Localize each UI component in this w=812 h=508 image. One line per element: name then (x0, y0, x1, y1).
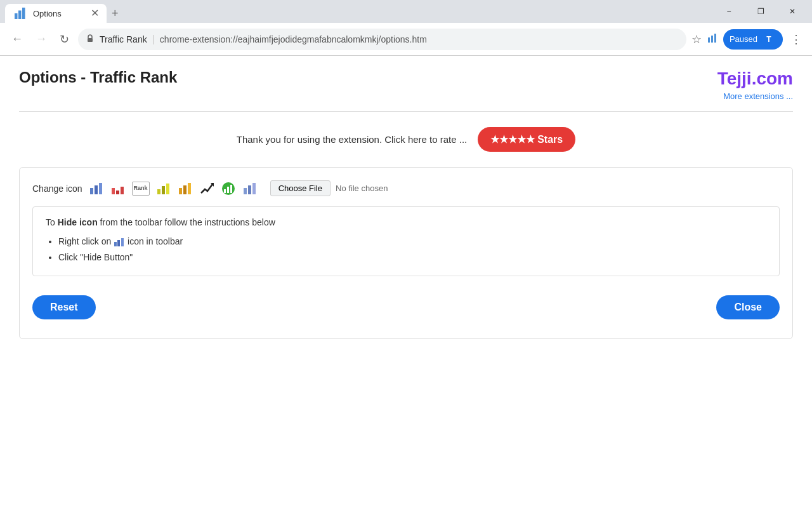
address-url: chrome-extension://eajhaimfjejodidegmafa… (160, 34, 427, 44)
site-name-label: Traffic Rank (100, 34, 147, 44)
svg-rect-7 (90, 188, 93, 194)
instructions-list: Right click on icon in toolbar Click "Hi… (58, 234, 766, 265)
svg-rect-1 (18, 11, 22, 20)
user-avatar: T (761, 32, 776, 47)
info-suffix: from the toolbar follow the instructions… (100, 217, 275, 227)
svg-rect-8 (95, 185, 98, 194)
new-tab-button[interactable]: + (107, 4, 124, 23)
bullet1-prefix: Right click on (58, 236, 114, 246)
svg-rect-12 (121, 187, 124, 194)
svg-rect-23 (230, 185, 232, 193)
choose-file-button[interactable]: Choose File (270, 180, 331, 196)
inline-chart-icon (114, 237, 125, 247)
ext-chart-button[interactable] (707, 32, 718, 46)
icon-option-8[interactable] (242, 181, 258, 196)
icon-option-1[interactable] (89, 181, 104, 196)
svg-rect-4 (708, 37, 710, 43)
instruction-1: Right click on icon in toolbar (58, 234, 766, 250)
reset-button[interactable]: Reset (32, 295, 96, 319)
page-content: Options - Traffic Rank Tejji.com More ex… (0, 56, 812, 508)
info-prefix: To (46, 217, 58, 227)
bullet1-suffix: icon in toolbar (128, 236, 183, 246)
chrome-menu-button[interactable]: ⋮ (788, 30, 804, 49)
address-separator: | (152, 34, 155, 45)
no-file-text: No file chosen (336, 184, 388, 193)
close-button[interactable]: Close (716, 295, 780, 319)
page-title: Options - Traffic Rank (19, 69, 177, 86)
instruction-2: Click "Hide Button" (58, 250, 766, 265)
file-input-area: Choose File No file chosen (270, 180, 388, 196)
minimize-button[interactable]: − (714, 1, 743, 22)
info-box: To Hide icon from the toolbar follow the… (32, 206, 780, 276)
svg-rect-6 (714, 34, 716, 43)
title-bar: Options ✕ + − ❐ ✕ (0, 0, 812, 23)
svg-rect-18 (188, 183, 191, 194)
svg-rect-29 (121, 238, 124, 246)
icon-option-4[interactable] (156, 181, 171, 196)
lock-icon (86, 34, 95, 44)
icon-option-7[interactable] (221, 181, 236, 196)
svg-rect-24 (244, 188, 247, 194)
forward-button[interactable]: → (32, 30, 51, 48)
svg-rect-28 (117, 240, 120, 246)
window-controls: − ❐ ✕ (714, 1, 807, 22)
svg-rect-16 (179, 188, 182, 194)
stars-button[interactable]: ★★★★★ Stars (478, 127, 575, 152)
options-card: Change icon (19, 167, 793, 339)
svg-rect-21 (224, 189, 226, 193)
change-icon-label: Change icon (32, 184, 82, 194)
bottom-row: Reset Close (32, 289, 780, 326)
address-right: ☆ Paused T ⋮ (691, 29, 804, 50)
tab-icon (13, 6, 28, 21)
rate-section: Thank you for using the extension. Click… (19, 127, 793, 152)
header-right: Tejji.com More extensions ... (717, 69, 793, 101)
reload-button[interactable]: ↻ (56, 30, 73, 49)
icon-option-3[interactable]: Rank (132, 182, 150, 196)
paused-label: Paused (730, 34, 757, 44)
tab-close-button[interactable]: ✕ (91, 8, 99, 18)
svg-rect-22 (227, 187, 229, 193)
svg-rect-3 (88, 38, 93, 42)
svg-rect-27 (114, 242, 117, 246)
back-button[interactable]: ← (8, 30, 27, 48)
svg-rect-26 (252, 183, 256, 194)
svg-rect-9 (99, 183, 102, 194)
active-tab[interactable]: Options ✕ (5, 4, 107, 23)
hide-icon-bold: Hide icon (58, 217, 98, 227)
svg-rect-25 (248, 185, 251, 194)
icon-option-5[interactable] (178, 181, 193, 196)
paused-badge[interactable]: Paused T (723, 29, 783, 50)
bookmark-button[interactable]: ☆ (691, 32, 702, 46)
address-bar: ← → ↻ Traffic Rank | chrome-extension://… (0, 23, 812, 56)
rate-text: Thank you for using the extension. Click… (237, 134, 468, 145)
svg-rect-14 (162, 186, 165, 194)
address-input-wrap[interactable]: Traffic Rank | chrome-extension://eajhai… (78, 29, 686, 50)
hide-icon-instructions: To Hide icon from the toolbar follow the… (46, 217, 766, 227)
more-extensions-link[interactable]: More extensions ... (717, 91, 793, 101)
icon-option-6[interactable] (199, 181, 214, 196)
close-window-button[interactable]: ✕ (778, 1, 807, 22)
svg-rect-0 (15, 13, 18, 19)
svg-rect-17 (183, 185, 187, 194)
svg-rect-10 (112, 188, 115, 194)
tab-title: Options (33, 9, 86, 18)
svg-rect-2 (22, 8, 25, 19)
change-icon-row: Change icon (32, 180, 780, 196)
icon-option-2[interactable] (110, 181, 126, 196)
restore-button[interactable]: ❐ (746, 1, 775, 22)
svg-rect-5 (711, 36, 713, 43)
page-header: Options - Traffic Rank Tejji.com More ex… (19, 69, 793, 112)
svg-rect-13 (157, 189, 160, 194)
svg-rect-11 (116, 190, 119, 194)
svg-rect-15 (166, 184, 169, 194)
tejji-link[interactable]: Tejji.com (717, 69, 793, 88)
